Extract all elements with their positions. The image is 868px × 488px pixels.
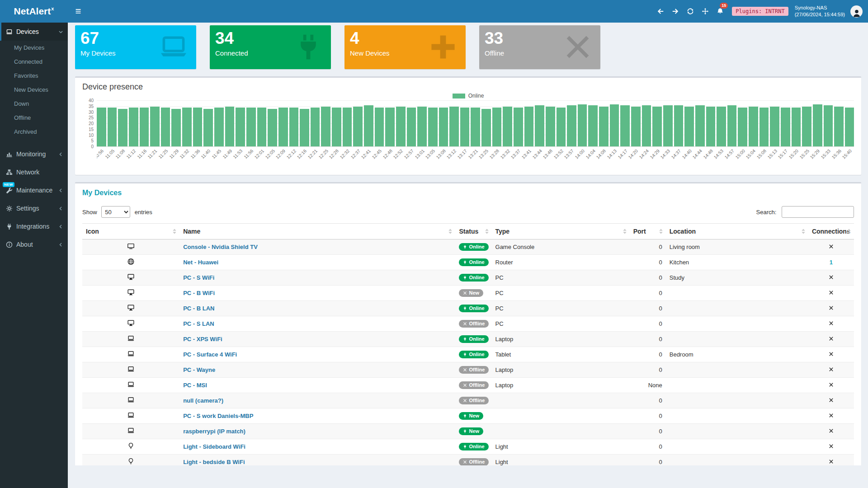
presence-bar[interactable] bbox=[268, 109, 277, 146]
presence-bar[interactable] bbox=[407, 108, 416, 146]
presence-bar[interactable] bbox=[770, 107, 779, 146]
presence-bar[interactable] bbox=[813, 104, 822, 146]
presence-bar[interactable] bbox=[257, 108, 267, 146]
presence-bar[interactable] bbox=[182, 108, 192, 146]
no-connections-icon[interactable] bbox=[829, 459, 834, 464]
device-name-link[interactable]: PC - Surface 4 WiFi bbox=[183, 351, 237, 358]
presence-bar[interactable] bbox=[503, 107, 512, 146]
presence-bar[interactable] bbox=[642, 105, 651, 146]
presence-bar[interactable] bbox=[311, 108, 320, 146]
column-header-location[interactable]: Location bbox=[666, 224, 808, 239]
entries-select[interactable]: 50 bbox=[101, 206, 130, 218]
device-name-link[interactable]: Console - Nvidia Shield TV bbox=[183, 244, 258, 250]
no-connections-icon[interactable] bbox=[829, 413, 834, 418]
presence-bar[interactable] bbox=[225, 107, 235, 146]
column-header-type[interactable]: Type bbox=[492, 224, 630, 239]
stat-card-offline[interactable]: 33Offline bbox=[479, 25, 600, 69]
sidebar-subitem-new-devices[interactable]: New Devices bbox=[0, 83, 68, 97]
no-connections-icon[interactable] bbox=[829, 275, 834, 280]
no-connections-icon[interactable] bbox=[829, 244, 834, 249]
no-connections-icon[interactable] bbox=[829, 382, 834, 387]
notifications-button[interactable]: 15 bbox=[712, 0, 727, 23]
device-name-link[interactable]: raspberrypi (IP match) bbox=[183, 428, 245, 435]
column-header-icon[interactable]: Icon bbox=[82, 224, 179, 239]
presence-bar[interactable] bbox=[385, 108, 395, 146]
presence-bar[interactable] bbox=[203, 109, 213, 146]
no-connections-icon[interactable] bbox=[829, 428, 834, 433]
nav-forward-button[interactable] bbox=[668, 0, 683, 23]
presence-bar[interactable] bbox=[449, 107, 459, 146]
presence-bar[interactable] bbox=[193, 108, 203, 146]
presence-bar[interactable] bbox=[631, 107, 641, 146]
sidebar-subitem-connected[interactable]: Connected bbox=[0, 55, 68, 69]
device-name-link[interactable]: PC - MSI bbox=[183, 382, 207, 389]
presence-bar[interactable] bbox=[781, 108, 790, 146]
presence-bar[interactable] bbox=[236, 108, 245, 146]
presence-bar[interactable] bbox=[588, 105, 598, 146]
device-name-link[interactable]: PC - B LAN bbox=[183, 305, 214, 312]
device-name-link[interactable]: PC - B WiFi bbox=[183, 290, 215, 296]
app-logo[interactable]: NetAlertx bbox=[0, 0, 68, 23]
device-name-link[interactable]: PC - S LAN bbox=[183, 320, 214, 327]
no-connections-icon[interactable] bbox=[829, 352, 834, 357]
presence-bar[interactable] bbox=[460, 108, 470, 146]
no-connections-icon[interactable] bbox=[829, 367, 834, 372]
presence-bar[interactable] bbox=[834, 107, 844, 146]
sidebar-subitem-favorites[interactable]: Favorites bbox=[0, 69, 68, 83]
presence-bar[interactable] bbox=[524, 107, 534, 146]
no-connections-icon[interactable] bbox=[829, 336, 834, 341]
sidebar-item-integrations[interactable]: Integrations bbox=[0, 217, 68, 235]
presence-bar[interactable] bbox=[439, 108, 448, 146]
presence-bar[interactable] bbox=[428, 108, 438, 146]
device-name-link[interactable]: Net - Huawei bbox=[183, 259, 218, 266]
nav-refresh-button[interactable] bbox=[683, 0, 698, 23]
presence-bar[interactable] bbox=[792, 108, 801, 146]
chart-legend[interactable]: Online bbox=[82, 93, 854, 99]
sidebar-subitem-my-devices[interactable]: My Devices bbox=[0, 41, 68, 55]
presence-bar[interactable] bbox=[289, 108, 299, 146]
presence-bar[interactable] bbox=[546, 107, 555, 146]
nav-back-button[interactable] bbox=[653, 0, 668, 23]
no-connections-icon[interactable] bbox=[829, 305, 834, 310]
presence-bar[interactable] bbox=[599, 107, 609, 146]
stat-card-new-devices[interactable]: 4New Devices bbox=[344, 25, 466, 69]
presence-bar[interactable] bbox=[824, 105, 833, 146]
device-name-link[interactable]: PC - S work Daniels-MBP bbox=[183, 413, 253, 419]
presence-bar[interactable] bbox=[332, 108, 341, 146]
device-name-link[interactable]: null (camera?) bbox=[183, 397, 223, 404]
device-name-link[interactable]: Light - Sideboard WiFi bbox=[183, 443, 245, 450]
presence-bar[interactable] bbox=[97, 108, 106, 146]
presence-bar[interactable] bbox=[150, 107, 160, 146]
user-avatar[interactable] bbox=[850, 5, 863, 18]
presence-bar[interactable] bbox=[140, 108, 149, 146]
column-header-port[interactable]: Port bbox=[630, 224, 666, 239]
presence-bar[interactable] bbox=[674, 105, 684, 146]
presence-bar[interactable] bbox=[684, 107, 694, 146]
presence-bar[interactable] bbox=[492, 108, 502, 146]
device-name-link[interactable]: PC - Wayne bbox=[183, 366, 215, 373]
presence-bar[interactable] bbox=[717, 107, 726, 146]
presence-bar[interactable] bbox=[108, 108, 117, 146]
no-connections-icon[interactable] bbox=[829, 444, 834, 449]
sidebar-item-maintenance[interactable]: NEWMaintenance bbox=[0, 181, 68, 199]
no-connections-icon[interactable] bbox=[829, 290, 834, 295]
presence-bar[interactable] bbox=[481, 109, 491, 146]
sidebar-item-devices[interactable]: Devices bbox=[0, 23, 68, 41]
presence-bar[interactable] bbox=[727, 105, 737, 146]
presence-bar[interactable] bbox=[610, 104, 619, 146]
no-connections-icon[interactable] bbox=[829, 398, 834, 403]
presence-bar[interactable] bbox=[118, 109, 127, 146]
presence-bar[interactable] bbox=[278, 108, 288, 146]
presence-bar[interactable] bbox=[567, 105, 576, 146]
search-input[interactable] bbox=[782, 206, 854, 218]
presence-bar[interactable] bbox=[620, 105, 630, 146]
device-name-link[interactable]: PC - S WiFi bbox=[183, 274, 214, 281]
presence-bar[interactable] bbox=[246, 108, 256, 146]
presence-bar[interactable] bbox=[321, 107, 330, 146]
stat-card-my-devices[interactable]: 67My Devices bbox=[75, 25, 196, 69]
presence-bar[interactable] bbox=[706, 107, 716, 146]
presence-bar[interactable] bbox=[652, 107, 662, 146]
presence-bar[interactable] bbox=[695, 105, 705, 146]
presence-bar[interactable] bbox=[417, 107, 427, 146]
presence-bar[interactable] bbox=[802, 107, 811, 146]
